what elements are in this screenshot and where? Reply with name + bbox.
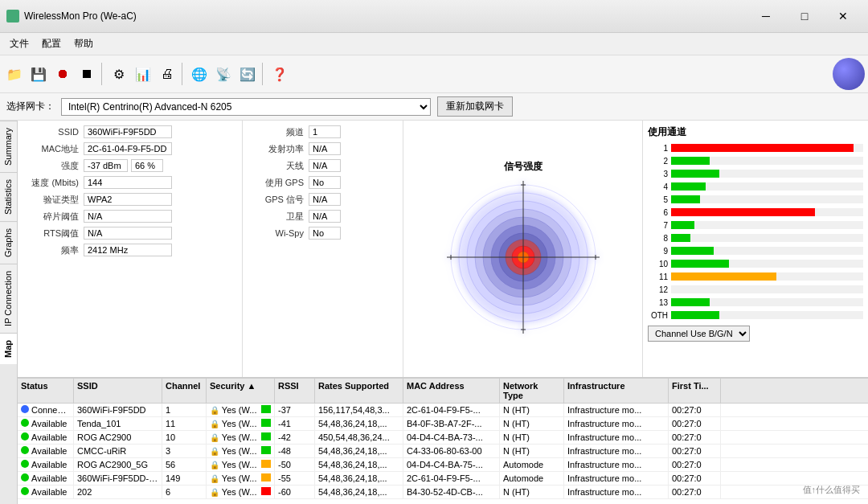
frag-label: 碎片阈值	[23, 211, 79, 223]
td-rssi: -41	[275, 417, 315, 430]
tab-graphs[interactable]: Graphs	[0, 221, 17, 264]
td-infra: Infrastructure mo...	[564, 417, 669, 430]
td-status: Available	[18, 472, 74, 485]
maximize-button[interactable]: □	[786, 5, 823, 27]
watermark: 值↑什么值得买	[803, 484, 861, 496]
td-ssid: ROG AC2900	[74, 431, 162, 444]
antenna-label: 天线	[248, 160, 304, 172]
table-row[interactable]: Available 360WiFi-F9F5DD-5G 149 🔒 Yes (W…	[18, 472, 868, 486]
speed-label: 速度 (Mbits)	[23, 177, 79, 189]
td-rssi: -55	[275, 472, 315, 485]
toolbar-save[interactable]: 💾	[27, 63, 50, 85]
channel-bar	[671, 157, 710, 165]
nic-select[interactable]: Intel(R) Centrino(R) Advanced-N 6205	[61, 98, 431, 116]
td-nettype: Automode	[500, 472, 564, 485]
toolbar-stop[interactable]: ⏹	[76, 63, 98, 85]
lock-icon: 🔒	[210, 420, 219, 428]
channel-value: 1	[309, 125, 341, 138]
tab-summary[interactable]: Summary	[0, 121, 17, 172]
channel-bar-container	[671, 195, 863, 203]
menu-config[interactable]: 配置	[35, 35, 68, 53]
td-security: 🔒 Yes (W...	[207, 445, 275, 457]
table-row[interactable]: Available CMCC-uRiR 3 🔒 Yes (W... -48 54…	[18, 445, 868, 458]
info-panel: SSID 360WiFi-F9F5DD MAC地址 2C-61-04-F9-F5…	[18, 121, 243, 377]
td-firsttime: 00:27:0	[669, 472, 721, 485]
td-mac: 2C-61-04-F9-F5-...	[403, 472, 500, 485]
nic-label: 选择网卡：	[6, 100, 55, 113]
channel-bar	[671, 234, 690, 242]
reload-nic-button[interactable]: 重新加载网卡	[437, 96, 513, 117]
lock-icon: 🔒	[210, 488, 219, 497]
td-mac: B4-0F-3B-A7-2F-...	[403, 417, 500, 430]
td-status: Available	[18, 486, 74, 498]
toolbar-help[interactable]: ❓	[268, 63, 291, 85]
channel-bar-container	[671, 170, 863, 178]
td-ssid: Tenda_101	[74, 417, 162, 430]
td-infra: Infrastructure mo...	[564, 458, 669, 471]
table-row[interactable]: Available Tenda_101 11 🔒 Yes (W... -41 5…	[18, 417, 868, 431]
td-firsttime: 00:27:0	[669, 431, 721, 444]
tab-map[interactable]: Map	[0, 333, 17, 364]
channel-bar-container	[671, 298, 863, 306]
channel-bar	[671, 170, 719, 178]
channel-bar-container	[671, 272, 863, 281]
toolbar-gps[interactable]: 🌐	[188, 63, 211, 85]
td-infra: Infrastructure mo...	[564, 445, 669, 457]
channel-num: 4	[648, 182, 668, 191]
radar-panel: 信号强度	[403, 121, 643, 377]
table-area: Status SSID Channel Security ▲ RSSI Rate…	[18, 378, 868, 504]
td-infra: Infrastructure mo...	[564, 431, 669, 444]
toolbar-print[interactable]: 🖨	[156, 63, 178, 85]
td-rssi: -48	[275, 445, 315, 457]
td-nettype: N (HT)	[500, 486, 564, 498]
channel-num: 3	[648, 170, 668, 178]
channel-bar	[671, 260, 729, 268]
td-channel: 149	[162, 472, 207, 485]
toolbar-open[interactable]: 📁	[3, 63, 26, 85]
frag-row: 碎片阈值 N/A	[23, 210, 237, 223]
td-infra: Infrastructure mo...	[564, 404, 669, 416]
td-mac: 04-D4-C4-BA-75-...	[403, 458, 500, 471]
td-firsttime: 00:27:0	[669, 445, 721, 457]
channel-row: 7	[648, 219, 863, 231]
td-nettype: N (HT)	[500, 417, 564, 430]
channel-bar	[671, 208, 815, 216]
main-area: Summary Statistics Graphs IP Connection …	[0, 121, 868, 504]
menu-file[interactable]: 文件	[3, 35, 35, 53]
td-security: 🔒 Yes (W...	[207, 417, 275, 430]
mac-value: 2C-61-04-F9-F5-DD	[84, 142, 172, 155]
tab-statistics[interactable]: Statistics	[0, 172, 17, 221]
toolbar-refresh[interactable]: 🔄	[236, 63, 259, 85]
toolbar-record[interactable]: ⏺	[51, 63, 74, 85]
channel-row: 8	[648, 232, 863, 244]
channel-bar-container	[671, 157, 863, 165]
table-row[interactable]: Available ROG AC2900 10 🔒 Yes (W... -42 …	[18, 431, 868, 445]
tab-ip-connection[interactable]: IP Connection	[0, 264, 17, 333]
strength-dbm: -37 dBm	[84, 159, 128, 172]
table-row[interactable]: Available ROG AC2900_5G 56 🔒 Yes (W... -…	[18, 458, 868, 472]
menu-help[interactable]: 帮助	[68, 35, 100, 53]
channel-num: OTH	[648, 311, 668, 320]
mac-label: MAC地址	[23, 143, 79, 155]
gpssignal-label: GPS 信号	[248, 194, 304, 206]
rssi-indicator	[261, 419, 271, 427]
freq-row: 频率 2412 MHz	[23, 244, 237, 256]
close-button[interactable]: ✕	[825, 5, 862, 27]
channel-num: 10	[648, 260, 668, 268]
toolbar-export[interactable]: 📊	[132, 63, 154, 85]
channel-num: 9	[648, 247, 668, 256]
channel-use-dropdown[interactable]: Channel Use B/G/N	[648, 326, 750, 342]
td-ssid: CMCC-uRiR	[74, 445, 162, 457]
td-firsttime: 00:27:0	[669, 458, 721, 471]
toolbar: 📁 💾 ⏺ ⏹ ⚙ 📊 🖨 🌐 📡 🔄 ❓	[0, 55, 868, 93]
window-title: WirelessMon Pro (We-aC)	[24, 10, 137, 22]
table-row[interactable]: Connected 360WiFi-F9F5DD 1 🔒 Yes (W... -…	[18, 404, 868, 417]
strength-pct: 66 %	[131, 159, 163, 172]
channel-num: 13	[648, 298, 668, 307]
rssi-indicator	[261, 446, 271, 454]
toolbar-scan[interactable]: 📡	[212, 63, 235, 85]
minimize-button[interactable]: ─	[747, 5, 784, 27]
td-channel: 56	[162, 458, 207, 471]
toolbar-settings[interactable]: ⚙	[108, 63, 130, 85]
table-row[interactable]: Available 202 6 🔒 Yes (W... -60 54,48,36…	[18, 486, 868, 499]
